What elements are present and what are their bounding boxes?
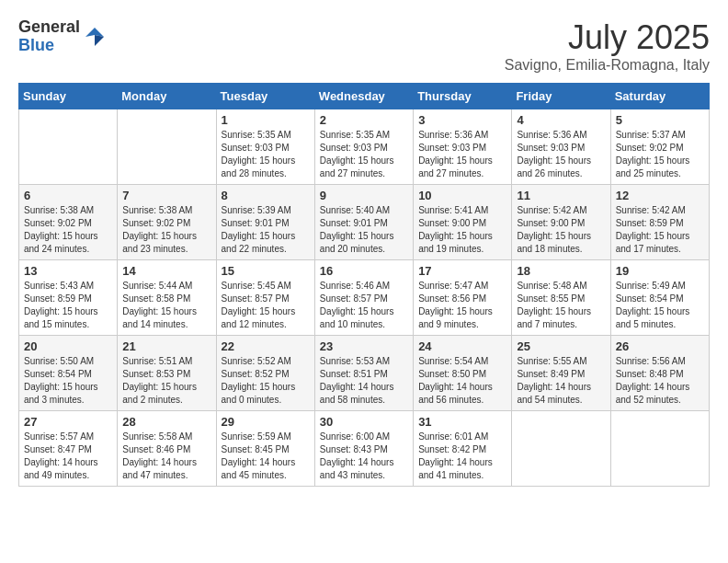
- logo-blue-text: Blue: [18, 37, 80, 55]
- day-info: Sunrise: 5:35 AM Sunset: 9:03 PM Dayligh…: [222, 129, 310, 180]
- day-number: 21: [122, 339, 210, 353]
- weekday-header: Tuesday: [216, 84, 314, 109]
- day-info: Sunrise: 5:58 AM Sunset: 8:46 PM Dayligh…: [122, 431, 210, 482]
- calendar-week-row: 6Sunrise: 5:38 AM Sunset: 9:02 PM Daylig…: [19, 185, 710, 260]
- day-number: 30: [320, 415, 408, 429]
- day-info: Sunrise: 5:52 AM Sunset: 8:52 PM Dayligh…: [222, 355, 310, 407]
- calendar-cell: 6Sunrise: 5:38 AM Sunset: 9:02 PM Daylig…: [19, 185, 118, 260]
- day-number: 19: [616, 264, 704, 278]
- calendar-cell: 13Sunrise: 5:43 AM Sunset: 8:59 PM Dayli…: [19, 260, 118, 336]
- calendar-cell: 22Sunrise: 5:52 AM Sunset: 8:52 PM Dayli…: [216, 336, 314, 411]
- day-number: 3: [418, 113, 506, 127]
- calendar-cell: 27Sunrise: 5:57 AM Sunset: 8:47 PM Dayli…: [19, 411, 118, 487]
- calendar-cell: 1Sunrise: 5:35 AM Sunset: 9:03 PM Daylig…: [216, 109, 314, 185]
- calendar-cell: 28Sunrise: 5:58 AM Sunset: 8:46 PM Dayli…: [118, 411, 216, 487]
- logo-icon: [84, 26, 106, 48]
- calendar-cell: 12Sunrise: 5:42 AM Sunset: 8:59 PM Dayli…: [610, 185, 709, 260]
- weekday-header: Sunday: [19, 84, 118, 109]
- day-number: 20: [24, 339, 112, 353]
- day-info: Sunrise: 5:49 AM Sunset: 8:54 PM Dayligh…: [616, 280, 704, 331]
- day-info: Sunrise: 5:38 AM Sunset: 9:02 PM Dayligh…: [24, 204, 112, 256]
- calendar-cell: 26Sunrise: 5:56 AM Sunset: 8:48 PM Dayli…: [610, 336, 709, 411]
- calendar-cell: 14Sunrise: 5:44 AM Sunset: 8:58 PM Dayli…: [118, 260, 216, 336]
- day-number: 2: [320, 113, 408, 127]
- calendar-cell: [512, 411, 610, 487]
- weekday-header: Wednesday: [314, 84, 413, 109]
- day-info: Sunrise: 5:39 AM Sunset: 9:01 PM Dayligh…: [222, 204, 310, 256]
- day-info: Sunrise: 5:35 AM Sunset: 9:03 PM Dayligh…: [320, 129, 408, 180]
- day-info: Sunrise: 5:51 AM Sunset: 8:53 PM Dayligh…: [122, 355, 210, 407]
- calendar-cell: 17Sunrise: 5:47 AM Sunset: 8:56 PM Dayli…: [414, 260, 512, 336]
- logo-general-text: General: [18, 18, 80, 37]
- calendar-cell: 31Sunrise: 6:01 AM Sunset: 8:42 PM Dayli…: [414, 411, 512, 487]
- day-number: 18: [517, 264, 605, 278]
- weekday-header: Saturday: [610, 84, 709, 109]
- calendar-cell: [19, 109, 118, 185]
- day-info: Sunrise: 5:36 AM Sunset: 9:03 PM Dayligh…: [418, 129, 506, 180]
- calendar-cell: 3Sunrise: 5:36 AM Sunset: 9:03 PM Daylig…: [414, 109, 512, 185]
- calendar-cell: 20Sunrise: 5:50 AM Sunset: 8:54 PM Dayli…: [19, 336, 118, 411]
- weekday-header: Friday: [512, 84, 610, 109]
- day-info: Sunrise: 6:00 AM Sunset: 8:43 PM Dayligh…: [320, 431, 408, 482]
- calendar-cell: 23Sunrise: 5:53 AM Sunset: 8:51 PM Dayli…: [314, 336, 413, 411]
- day-number: 5: [616, 113, 704, 127]
- calendar-cell: 18Sunrise: 5:48 AM Sunset: 8:55 PM Dayli…: [512, 260, 610, 336]
- day-info: Sunrise: 5:37 AM Sunset: 9:02 PM Dayligh…: [616, 129, 704, 180]
- calendar-cell: 19Sunrise: 5:49 AM Sunset: 8:54 PM Dayli…: [610, 260, 709, 336]
- day-info: Sunrise: 5:43 AM Sunset: 8:59 PM Dayligh…: [24, 280, 112, 331]
- day-number: 24: [418, 339, 506, 353]
- calendar-cell: 29Sunrise: 5:59 AM Sunset: 8:45 PM Dayli…: [216, 411, 314, 487]
- calendar-cell: 2Sunrise: 5:35 AM Sunset: 9:03 PM Daylig…: [314, 109, 413, 185]
- calendar-cell: [118, 109, 216, 185]
- day-info: Sunrise: 5:46 AM Sunset: 8:57 PM Dayligh…: [320, 280, 408, 331]
- day-number: 9: [320, 189, 408, 202]
- logo: General Blue: [18, 18, 106, 55]
- calendar-cell: 4Sunrise: 5:36 AM Sunset: 9:03 PM Daylig…: [512, 109, 610, 185]
- day-number: 25: [517, 339, 605, 353]
- calendar-header-row: SundayMondayTuesdayWednesdayThursdayFrid…: [19, 84, 710, 109]
- location-title: Savigno, Emilia-Romagna, Italy: [505, 57, 710, 74]
- calendar-week-row: 27Sunrise: 5:57 AM Sunset: 8:47 PM Dayli…: [19, 411, 710, 487]
- day-info: Sunrise: 5:53 AM Sunset: 8:51 PM Dayligh…: [320, 355, 408, 407]
- calendar-cell: 9Sunrise: 5:40 AM Sunset: 9:01 PM Daylig…: [314, 185, 413, 260]
- calendar-cell: 5Sunrise: 5:37 AM Sunset: 9:02 PM Daylig…: [610, 109, 709, 185]
- calendar-cell: [610, 411, 709, 487]
- calendar-cell: 30Sunrise: 6:00 AM Sunset: 8:43 PM Dayli…: [314, 411, 413, 487]
- day-number: 15: [222, 264, 310, 278]
- title-section: July 2025 Savigno, Emilia-Romagna, Italy: [505, 18, 710, 74]
- day-info: Sunrise: 5:47 AM Sunset: 8:56 PM Dayligh…: [418, 280, 506, 331]
- calendar-cell: 11Sunrise: 5:42 AM Sunset: 9:00 PM Dayli…: [512, 185, 610, 260]
- day-number: 14: [122, 264, 210, 278]
- day-info: Sunrise: 6:01 AM Sunset: 8:42 PM Dayligh…: [418, 431, 506, 482]
- calendar-cell: 24Sunrise: 5:54 AM Sunset: 8:50 PM Dayli…: [414, 336, 512, 411]
- day-info: Sunrise: 5:36 AM Sunset: 9:03 PM Dayligh…: [517, 129, 605, 180]
- day-info: Sunrise: 5:40 AM Sunset: 9:01 PM Dayligh…: [320, 204, 408, 256]
- day-info: Sunrise: 5:50 AM Sunset: 8:54 PM Dayligh…: [24, 355, 112, 407]
- day-info: Sunrise: 5:42 AM Sunset: 8:59 PM Dayligh…: [616, 204, 704, 256]
- day-number: 28: [122, 415, 210, 429]
- day-number: 8: [222, 189, 310, 202]
- day-info: Sunrise: 5:48 AM Sunset: 8:55 PM Dayligh…: [517, 280, 605, 331]
- day-info: Sunrise: 5:57 AM Sunset: 8:47 PM Dayligh…: [24, 431, 112, 482]
- day-info: Sunrise: 5:54 AM Sunset: 8:50 PM Dayligh…: [418, 355, 506, 407]
- day-info: Sunrise: 5:45 AM Sunset: 8:57 PM Dayligh…: [222, 280, 310, 331]
- day-info: Sunrise: 5:56 AM Sunset: 8:48 PM Dayligh…: [616, 355, 704, 407]
- day-number: 26: [616, 339, 704, 353]
- day-number: 31: [418, 415, 506, 429]
- day-number: 1: [222, 113, 310, 127]
- day-info: Sunrise: 5:55 AM Sunset: 8:49 PM Dayligh…: [517, 355, 605, 407]
- weekday-header: Thursday: [414, 84, 512, 109]
- day-number: 4: [517, 113, 605, 127]
- calendar-cell: 16Sunrise: 5:46 AM Sunset: 8:57 PM Dayli…: [314, 260, 413, 336]
- calendar-cell: 15Sunrise: 5:45 AM Sunset: 8:57 PM Dayli…: [216, 260, 314, 336]
- day-number: 23: [320, 339, 408, 353]
- calendar-cell: 8Sunrise: 5:39 AM Sunset: 9:01 PM Daylig…: [216, 185, 314, 260]
- day-number: 17: [418, 264, 506, 278]
- day-number: 12: [616, 189, 704, 202]
- day-number: 27: [24, 415, 112, 429]
- day-info: Sunrise: 5:59 AM Sunset: 8:45 PM Dayligh…: [222, 431, 310, 482]
- calendar-cell: 7Sunrise: 5:38 AM Sunset: 9:02 PM Daylig…: [118, 185, 216, 260]
- calendar-week-row: 1Sunrise: 5:35 AM Sunset: 9:03 PM Daylig…: [19, 109, 710, 185]
- day-number: 7: [122, 189, 210, 202]
- day-number: 22: [222, 339, 310, 353]
